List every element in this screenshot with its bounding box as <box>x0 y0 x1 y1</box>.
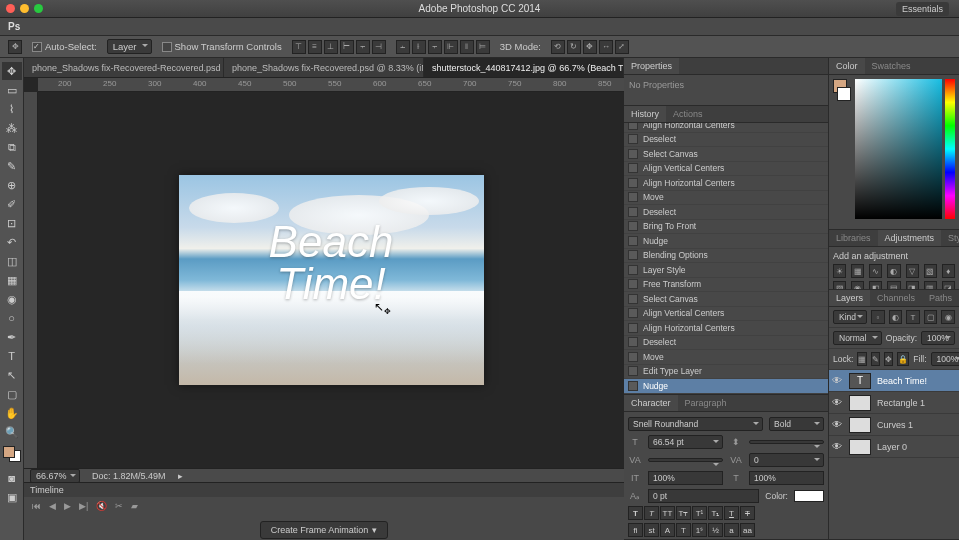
lock-all-icon[interactable]: 🔒 <box>897 352 909 366</box>
filter-kind-dropdown[interactable]: Kind <box>833 310 867 324</box>
std-ligature-button[interactable]: st <box>644 523 659 537</box>
lock-trans-icon[interactable]: ▦ <box>857 352 867 366</box>
fill-field[interactable]: 100% <box>931 352 959 366</box>
brightness-icon[interactable]: ☀ <box>833 264 846 278</box>
lookup-icon[interactable]: ▤ <box>887 281 900 289</box>
wand-tool[interactable]: ⁂ <box>2 119 22 137</box>
align-left-icon[interactable]: ⊢ <box>340 40 354 54</box>
tracking-field[interactable]: 0 <box>749 453 824 467</box>
align-bottom-icon[interactable]: ⊥ <box>324 40 338 54</box>
italic-button[interactable]: T <box>644 506 659 520</box>
font-family-dropdown[interactable]: Snell Roundhand <box>628 417 763 431</box>
history-item[interactable]: Deselect <box>624 205 828 220</box>
exposure-icon[interactable]: ◐ <box>887 264 900 278</box>
adjustments-tab[interactable]: Adjustments <box>878 230 942 246</box>
screen-mode-icon[interactable]: ▣ <box>2 488 22 506</box>
superscript-button[interactable]: T¹ <box>692 506 707 520</box>
tl-play-icon[interactable]: ▶ <box>64 501 71 511</box>
vibrance-icon[interactable]: ▽ <box>906 264 919 278</box>
libraries-tab[interactable]: Libraries <box>829 230 878 246</box>
font-size-field[interactable]: 66.54 pt <box>648 435 723 449</box>
heal-tool[interactable]: ⊕ <box>2 176 22 194</box>
levels-icon[interactable]: ▦ <box>851 264 864 278</box>
paragraph-tab[interactable]: Paragraph <box>678 395 734 411</box>
type-tool[interactable]: T <box>2 347 22 365</box>
history-item[interactable]: Edit Type Layer <box>624 365 828 380</box>
gradient-tool[interactable]: ▦ <box>2 271 22 289</box>
text-color-swatch[interactable] <box>794 490 824 502</box>
lock-paint-icon[interactable]: ✎ <box>871 352 880 366</box>
show-transform-checkbox[interactable] <box>162 42 172 52</box>
bold-button[interactable]: T <box>628 506 643 520</box>
threshold-icon[interactable]: ◪ <box>942 281 955 289</box>
kerning-field[interactable] <box>648 458 723 462</box>
tl-transition-icon[interactable]: ▰ <box>131 501 138 511</box>
posterize-icon[interactable]: ▥ <box>924 281 937 289</box>
scale-3d-icon[interactable]: ⤢ <box>615 40 629 54</box>
shape-tool[interactable]: ▢ <box>2 385 22 403</box>
tl-next-icon[interactable]: ▶| <box>79 501 88 511</box>
filter-adj-icon[interactable]: ◐ <box>889 310 903 324</box>
paths-tab[interactable]: Paths <box>922 290 959 306</box>
fractions-button[interactable]: ½ <box>708 523 723 537</box>
history-item[interactable]: Move <box>624 191 828 206</box>
smallcaps-button[interactable]: Tᴛ <box>676 506 691 520</box>
baseline-field[interactable]: 0 pt <box>648 489 759 503</box>
layer-row[interactable]: 👁TBeach Time! <box>829 370 959 392</box>
zoom-window-icon[interactable] <box>34 4 43 13</box>
dodge-tool[interactable]: ○ <box>2 309 22 327</box>
layer-row[interactable]: 👁Layer 0 <box>829 436 959 458</box>
history-item[interactable]: Layer Style <box>624 263 828 278</box>
channels-tab[interactable]: Channels <box>870 290 922 306</box>
history-item[interactable]: Move <box>624 350 828 365</box>
pen-tool[interactable]: ✒ <box>2 328 22 346</box>
document-tab[interactable]: phone_Shadows fix-Recovered-Recovered.ps… <box>24 58 224 77</box>
tl-split-icon[interactable]: ✂ <box>115 501 123 511</box>
align-top-icon[interactable]: ⊤ <box>292 40 306 54</box>
history-brush-tool[interactable]: ↶ <box>2 233 22 251</box>
color-swatch-pair[interactable] <box>833 79 851 225</box>
history-item[interactable]: Nudge <box>624 234 828 249</box>
filter-pixel-icon[interactable]: ▫ <box>871 310 885 324</box>
pan-3d-icon[interactable]: ✥ <box>583 40 597 54</box>
visibility-icon[interactable]: 👁 <box>829 441 845 452</box>
history-item[interactable]: Align Vertical Centers <box>624 307 828 322</box>
workspace-switcher[interactable]: Essentials <box>896 2 949 16</box>
tl-prev-icon[interactable]: ◀ <box>49 501 56 511</box>
color-field[interactable] <box>855 79 942 219</box>
layer-row[interactable]: 👁Rectangle 1 <box>829 392 959 414</box>
ligature-button[interactable]: fi <box>628 523 643 537</box>
visibility-icon[interactable]: 👁 <box>829 397 845 408</box>
opacity-field[interactable]: 100% <box>921 331 955 345</box>
strike-button[interactable]: T <box>740 506 755 520</box>
font-style-dropdown[interactable]: Bold <box>769 417 824 431</box>
history-item[interactable]: Nudge <box>624 379 828 394</box>
colorbal-icon[interactable]: ♦ <box>942 264 955 278</box>
history-item[interactable]: Free Transform <box>624 278 828 293</box>
swash-button[interactable]: a <box>724 523 739 537</box>
underline-button[interactable]: T <box>724 506 739 520</box>
layer-row[interactable]: 👁Curves 1 <box>829 414 959 436</box>
create-frame-animation-button[interactable]: Create Frame Animation▾ <box>260 521 389 539</box>
document-tab-active[interactable]: shutterstock_440817412.jpg @ 66.7% (Beac… <box>424 58 624 77</box>
history-item[interactable]: Align Horizontal Centers <box>624 123 828 133</box>
swatches-tab[interactable]: Swatches <box>865 58 918 74</box>
subscript-button[interactable]: T₁ <box>708 506 723 520</box>
styles-tab[interactable]: Styles <box>941 230 959 246</box>
dist-top-icon[interactable]: ⫠ <box>396 40 410 54</box>
dist-vcenter-icon[interactable]: ⫲ <box>412 40 426 54</box>
justification-button[interactable]: aa <box>740 523 755 537</box>
close-window-icon[interactable] <box>6 4 15 13</box>
bw-icon[interactable]: ▨ <box>833 281 846 289</box>
history-item[interactable]: Blending Options <box>624 249 828 264</box>
path-tool[interactable]: ↖ <box>2 366 22 384</box>
history-item[interactable]: Align Horizontal Centers <box>624 321 828 336</box>
titling-button[interactable]: T <box>676 523 691 537</box>
color-tab[interactable]: Color <box>829 58 865 74</box>
invert-icon[interactable]: ◨ <box>906 281 919 289</box>
color-swatches[interactable] <box>3 446 21 462</box>
history-item[interactable]: Align Vertical Centers <box>624 162 828 177</box>
allcaps-button[interactable]: TT <box>660 506 675 520</box>
leading-field[interactable] <box>749 440 824 444</box>
history-item[interactable]: Align Horizontal Centers <box>624 176 828 191</box>
